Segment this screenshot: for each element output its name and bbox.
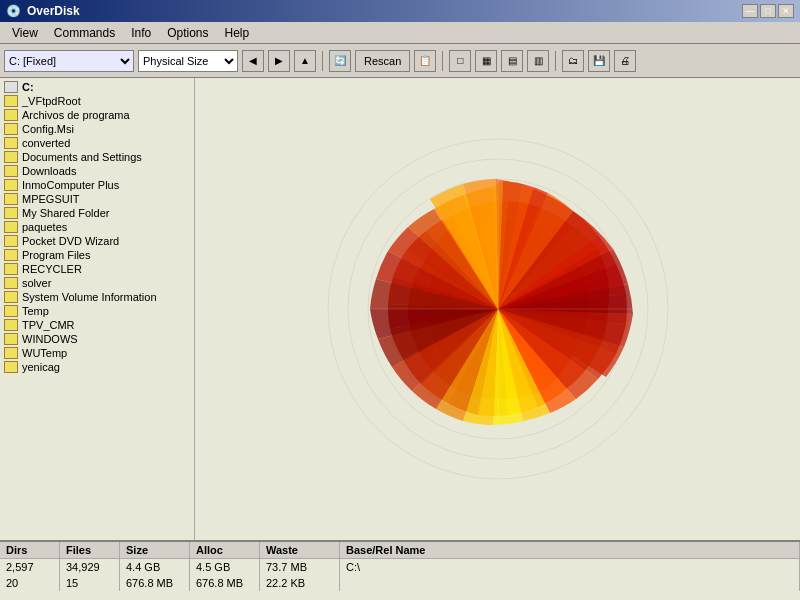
file-list-item[interactable]: Documents and Settings: [0, 150, 194, 164]
radial-chart[interactable]: C:: [308, 119, 688, 499]
view-split-button[interactable]: ▥: [527, 50, 549, 72]
maximize-button[interactable]: □: [760, 4, 776, 18]
file-list-item[interactable]: WINDOWS: [0, 332, 194, 346]
folder-icon: [4, 123, 18, 135]
file-list-item[interactable]: solver: [0, 276, 194, 290]
file-list-item[interactable]: My Shared Folder: [0, 206, 194, 220]
file-name-label: Program Files: [22, 249, 90, 261]
titlebar-title-area: 💿 OverDisk: [6, 4, 80, 18]
menu-commands[interactable]: Commands: [46, 24, 123, 42]
sel-alloc: 676.8 MB: [190, 575, 260, 591]
file-name-label: Downloads: [22, 165, 76, 177]
folder-icon: [4, 165, 18, 177]
window-controls: — □ ✕: [742, 4, 794, 18]
menubar: View Commands Info Options Help: [0, 22, 800, 44]
file-list-item[interactable]: converted: [0, 136, 194, 150]
dirs-header: Dirs: [0, 542, 60, 558]
folder-icon: [4, 291, 18, 303]
folder-icon: [4, 109, 18, 121]
copy-icon[interactable]: 📋: [414, 50, 436, 72]
nav-forward-button[interactable]: ▶: [268, 50, 290, 72]
folder-icon: [4, 305, 18, 317]
file-name-label: Config.Msi: [22, 123, 74, 135]
root-drive-label: C:: [22, 81, 34, 93]
menu-view[interactable]: View: [4, 24, 46, 42]
file-list-item[interactable]: Archivos de programa: [0, 108, 194, 122]
file-name-label: WINDOWS: [22, 333, 78, 345]
close-button[interactable]: ✕: [778, 4, 794, 18]
app-title: OverDisk: [27, 4, 80, 18]
file-list-item[interactable]: RECYCLER: [0, 262, 194, 276]
menu-help[interactable]: Help: [217, 24, 258, 42]
file-name-label: System Volume Information: [22, 291, 157, 303]
file-name-label: converted: [22, 137, 70, 149]
file-name-label: My Shared Folder: [22, 207, 109, 219]
save-icon[interactable]: 💾: [588, 50, 610, 72]
name-header: Base/Rel Name: [340, 542, 800, 558]
main-content: C: _VFtpdRootArchivos de programaConfig.…: [0, 78, 800, 540]
file-list-item[interactable]: InmoComputer Plus: [0, 178, 194, 192]
folder-icon: [4, 361, 18, 373]
status-row-selected: 20 15 676.8 MB 676.8 MB 22.2 KB: [0, 575, 800, 591]
sel-dirs: 20: [0, 575, 60, 591]
folder-icon: [4, 179, 18, 191]
waste-header: Waste: [260, 542, 340, 558]
folder-icon: [4, 249, 18, 261]
menu-options[interactable]: Options: [159, 24, 216, 42]
file-list-item[interactable]: paquetes: [0, 220, 194, 234]
open-folder-icon[interactable]: 🗂: [562, 50, 584, 72]
files-header: Files: [60, 542, 120, 558]
sel-waste: 22.2 KB: [260, 575, 340, 591]
titlebar: 💿 OverDisk — □ ✕: [0, 0, 800, 22]
file-list-item[interactable]: Downloads: [0, 164, 194, 178]
folder-icon: [4, 207, 18, 219]
file-list-item[interactable]: Program Files: [0, 248, 194, 262]
sel-name: [340, 575, 800, 591]
size-type-selector[interactable]: Physical Size Logical Size: [138, 50, 238, 72]
file-list-item[interactable]: TPV_CMR: [0, 318, 194, 332]
file-list-item[interactable]: WUTemp: [0, 346, 194, 360]
folder-icon: [4, 277, 18, 289]
sel-size: 676.8 MB: [120, 575, 190, 591]
size-header: Size: [120, 542, 190, 558]
folder-icon: [4, 95, 18, 107]
view-single-button[interactable]: □: [449, 50, 471, 72]
file-name-label: Archivos de programa: [22, 109, 130, 121]
file-name-label: MPEGSUIT: [22, 193, 79, 205]
root-drive-item[interactable]: C:: [0, 80, 194, 94]
folder-icon: [4, 193, 18, 205]
file-list-item[interactable]: yenicag: [0, 360, 194, 374]
file-name-label: paquetes: [22, 221, 67, 233]
sel-files: 15: [60, 575, 120, 591]
toolbar-separator-1: [322, 51, 323, 71]
file-list-item[interactable]: MPEGSUIT: [0, 192, 194, 206]
rescan-button[interactable]: Rescan: [355, 50, 410, 72]
file-name-label: yenicag: [22, 361, 60, 373]
nav-back-button[interactable]: ◀: [242, 50, 264, 72]
disk-chart-area: C:: [195, 78, 800, 540]
app-icon: 💿: [6, 4, 21, 18]
folder-icon: [4, 347, 18, 359]
file-name-label: _VFtpdRoot: [22, 95, 81, 107]
view-grid-button[interactable]: ▦: [475, 50, 497, 72]
statusbar: Dirs Files Size Alloc Waste Base/Rel Nam…: [0, 540, 800, 600]
total-name: C:\: [340, 559, 800, 575]
menu-info[interactable]: Info: [123, 24, 159, 42]
folder-icon: [4, 221, 18, 233]
file-list-item[interactable]: _VFtpdRoot: [0, 94, 194, 108]
print-icon[interactable]: 🖨: [614, 50, 636, 72]
file-name-label: Documents and Settings: [22, 151, 142, 163]
refresh-icon[interactable]: 🔄: [329, 50, 351, 72]
minimize-button[interactable]: —: [742, 4, 758, 18]
view-list-button[interactable]: ▤: [501, 50, 523, 72]
nav-up-button[interactable]: ▲: [294, 50, 316, 72]
drive-selector[interactable]: C: [Fixed] D: E:: [4, 50, 134, 72]
file-list-item[interactable]: Temp: [0, 304, 194, 318]
folder-icon: [4, 137, 18, 149]
alloc-header: Alloc: [190, 542, 260, 558]
file-name-label: Temp: [22, 305, 49, 317]
file-list-item[interactable]: System Volume Information: [0, 290, 194, 304]
file-name-label: WUTemp: [22, 347, 67, 359]
file-list-item[interactable]: Pocket DVD Wizard: [0, 234, 194, 248]
file-list-item[interactable]: Config.Msi: [0, 122, 194, 136]
